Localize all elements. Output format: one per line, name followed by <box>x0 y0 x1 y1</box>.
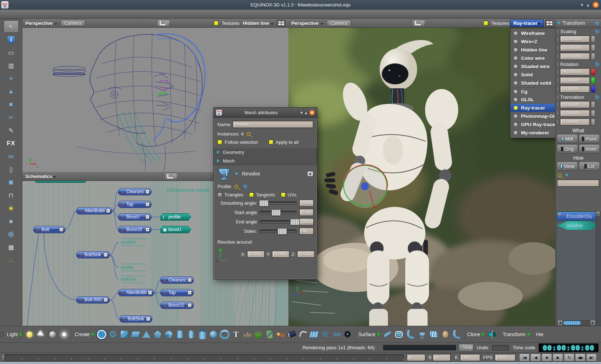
translate-y-field[interactable]: 0.00000 <box>560 110 590 117</box>
what-mdl-button[interactable]: Mdl <box>557 134 578 143</box>
renderer-menu-item[interactable]: GPU Ray-tracer <box>511 120 561 129</box>
rotate-x-field[interactable]: 90.00000 <box>560 68 590 75</box>
layout-quad-icon[interactable] <box>277 20 286 27</box>
start-frame-field[interactable]: 0 <box>433 354 451 361</box>
collapse-node-icon[interactable]: − <box>187 290 192 295</box>
lightbulb-tool-icon[interactable]: ● <box>4 202 19 214</box>
go-to-start-button[interactable]: |◀ <box>519 354 530 361</box>
slider-value-field[interactable]: 24.00 <box>299 199 314 207</box>
region-tool-icon[interactable]: ▥ <box>4 59 19 72</box>
object-row-revolve[interactable]: revolve <box>557 221 600 230</box>
go-to-end-button[interactable]: ▶| <box>586 354 597 361</box>
schematic-node[interactable]: AllenBoltM3 − <box>76 207 112 214</box>
window-maximize-icon[interactable]: ▴ <box>587 2 589 8</box>
schematic-node[interactable]: Bolt − <box>34 226 65 233</box>
delete-tool-icon[interactable]: ▯ <box>4 163 19 176</box>
renderer-menu-item[interactable]: Cg <box>511 87 561 96</box>
dialog-close-button[interactable]: ✕ <box>309 110 315 115</box>
right-textures-checkbox[interactable] <box>483 21 488 26</box>
fps-field[interactable]: 30.0 <box>495 354 516 361</box>
renderer-menu-item[interactable]: GLSL <box>511 96 561 104</box>
search-icon[interactable] <box>558 173 562 177</box>
uvs-checkbox[interactable]: UVs <box>281 192 297 197</box>
loft-icon[interactable] <box>429 329 439 339</box>
renderer-menu-item[interactable]: Shaded wire <box>511 62 561 71</box>
collapse-node-icon[interactable]: − <box>145 215 150 219</box>
rotate-z-field[interactable]: 0.00000 <box>560 85 590 93</box>
refresh-icon[interactable]: ↻ <box>595 21 600 26</box>
schematic-node[interactable]: Bolt-0001 − <box>76 296 110 303</box>
schematic-node[interactable]: profileH − <box>118 239 149 246</box>
toolbar-grip[interactable] <box>3 331 4 337</box>
text-icon[interactable]: T <box>231 329 241 339</box>
tube-icon[interactable] <box>197 329 207 339</box>
pyramid-icon[interactable] <box>141 329 151 339</box>
expand-arrow-icon[interactable] <box>377 332 381 337</box>
planets-icon[interactable] <box>275 329 286 339</box>
object-list-scrollbar[interactable]: ▲ <box>596 211 600 338</box>
wheel-icon[interactable]: ⚙ <box>320 329 330 339</box>
dialog-title-bar[interactable]: EQX3D Mesh attributes ▾ ▴ ✕ <box>214 108 317 118</box>
collapse-node-icon[interactable]: − <box>146 317 150 321</box>
info-tool-icon[interactable]: i <box>4 34 19 46</box>
renderer-menu-item[interactable]: My-renderer <box>511 129 561 137</box>
axis-drag-handle[interactable] <box>591 101 595 108</box>
axis-drag-handle[interactable] <box>591 110 595 117</box>
axis-value-field[interactable]: 1.000 <box>272 250 290 258</box>
schematic-node[interactable]: BossU1 − <box>160 302 194 309</box>
collapse-node-icon[interactable]: − <box>106 209 110 213</box>
renderer-menu-item[interactable]: Ray-tracer <box>511 104 561 112</box>
current-frame-field[interactable]: 0 <box>407 354 425 361</box>
revolve-icon[interactable] <box>417 329 427 339</box>
name-input[interactable]: revolve <box>233 121 313 128</box>
slider-thumb[interactable] <box>278 228 287 235</box>
axis-drag-handle[interactable] <box>591 53 595 60</box>
mirror-icon[interactable] <box>487 329 497 339</box>
apply-to-all-checkbox[interactable] <box>269 140 273 145</box>
sphere-tool-icon[interactable]: ● <box>4 215 19 227</box>
gear-icon[interactable]: ⚙ <box>108 329 118 339</box>
cloth-icon[interactable] <box>309 329 319 339</box>
dialog-shade-icon[interactable]: ▾ <box>300 110 303 115</box>
left-textures-checkbox[interactable] <box>214 21 218 26</box>
end-frame-field[interactable]: 360 <box>460 354 480 361</box>
axis-drag-handle[interactable] <box>591 36 595 43</box>
triangles-checkbox[interactable]: Triangles <box>217 192 243 197</box>
collapse-node-icon[interactable]: − <box>145 202 150 207</box>
pingpong-button[interactable]: ◀▶ <box>575 354 585 361</box>
remove-modifier-button[interactable]: ✕ <box>307 171 313 177</box>
swap-profile-icon[interactable]: ↻ <box>243 184 248 189</box>
capsule-icon[interactable] <box>186 329 196 339</box>
left-projection-dropdown[interactable]: Perspective <box>25 21 53 26</box>
stop-playback-button[interactable]: ■ <box>542 354 552 361</box>
scale-z-field[interactable]: 10.00000 <box>560 53 590 60</box>
play-button[interactable]: ▶ <box>553 354 563 361</box>
dialog-maximize-icon[interactable]: ▴ <box>305 110 307 115</box>
plug-icon[interactable] <box>298 329 308 339</box>
y-axis-drag-handle[interactable] <box>591 77 595 84</box>
z-axis-drag-handle[interactable] <box>591 86 595 93</box>
object-row-encoder[interactable]: EncoderOu <box>557 212 600 221</box>
expand-arrow-icon[interactable] <box>482 332 485 337</box>
follow-selection-checkbox[interactable] <box>217 140 222 145</box>
gears-icon[interactable]: ⚙⚙ <box>331 329 341 339</box>
expand-arrow-icon[interactable] <box>19 332 23 337</box>
schematic-node[interactable]: ▣ bossU − <box>160 226 191 233</box>
geometry-section[interactable]: Geometry <box>214 148 317 156</box>
scale-tool-icon[interactable]: ▲ <box>4 85 19 98</box>
translate-z-field[interactable]: 0.00000 <box>560 118 590 125</box>
film-tool-icon[interactable]: ▦ <box>4 241 19 253</box>
toolbar-grip[interactable] <box>1 355 4 361</box>
renderer-menu-item[interactable]: Solid <box>511 71 561 79</box>
axis-drag-handle[interactable] <box>591 44 595 51</box>
collapse-node-icon[interactable]: − <box>187 303 192 307</box>
collapse-node-icon[interactable]: − <box>187 278 192 282</box>
search-profile-icon[interactable] <box>234 185 238 188</box>
rounded-box-icon[interactable] <box>394 329 404 339</box>
slider-thumb[interactable] <box>271 209 281 216</box>
axis-value-field[interactable]: 0.000 <box>297 250 315 258</box>
fx-tool-icon[interactable]: FX <box>4 137 19 150</box>
schematic-node[interactable]: BossU − <box>118 213 151 221</box>
object-filter-input[interactable] <box>557 179 599 187</box>
panel-horizontal-scrollbar[interactable]: ◀ ▶ <box>557 320 596 326</box>
